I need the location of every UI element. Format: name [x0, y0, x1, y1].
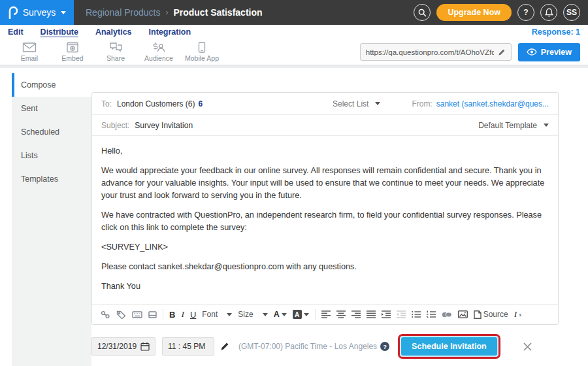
channel-share[interactable]: Share: [94, 42, 137, 62]
bulleted-list-button[interactable]: [412, 310, 421, 318]
merge-tag-button[interactable]: [116, 310, 126, 319]
survey-url-field[interactable]: https://qa.questionpro.com/t/AOhoVZfqml: [360, 43, 512, 61]
preview-label: Preview: [541, 48, 572, 57]
numbered-list-icon: [427, 310, 436, 318]
pencil-icon: [220, 342, 229, 351]
keyboard-icon: [132, 311, 142, 318]
channel-audience[interactable]: Audience: [137, 42, 180, 62]
audience-icon: [152, 42, 166, 53]
edit-time-button[interactable]: [220, 342, 229, 351]
sidebar-item-lists[interactable]: Lists: [12, 144, 91, 167]
image-icon: [458, 310, 468, 318]
font-dropdown[interactable]: Font: [202, 310, 232, 319]
share-icon: [109, 42, 123, 53]
template-label: Default Template: [478, 121, 537, 130]
select-list-label: Select List: [333, 99, 368, 108]
tab-edit[interactable]: Edit: [8, 27, 24, 37]
italic-button[interactable]: I: [181, 309, 184, 320]
sidebar-item-sent[interactable]: Sent: [12, 97, 91, 120]
header-actions: Upgrade Now ? SS: [414, 4, 580, 21]
search-button[interactable]: [414, 4, 431, 21]
template-dropdown[interactable]: Default Template: [478, 121, 549, 130]
source-label: Source: [483, 310, 508, 319]
top-header: Surveys Regional Products › Product Sati…: [0, 0, 588, 25]
insert-link-button[interactable]: [442, 312, 452, 318]
background-color-button[interactable]: A: [293, 310, 309, 319]
toolbar-divider: [163, 309, 163, 320]
breadcrumb-parent[interactable]: Regional Products: [86, 7, 160, 18]
increase-indent-icon: [382, 310, 391, 318]
tab-distribute[interactable]: Distribute: [41, 27, 78, 37]
decrease-indent-icon: [397, 310, 406, 318]
to-value[interactable]: London Customers (6): [117, 99, 195, 108]
highlight-ring: Schedule Invitation: [398, 334, 500, 359]
align-right-icon: [351, 310, 361, 318]
date-picker[interactable]: 12/31/2019: [91, 337, 155, 356]
upgrade-now-button[interactable]: Upgrade Now: [436, 4, 512, 21]
increase-indent-button[interactable]: [382, 310, 391, 318]
channel-email[interactable]: Email: [8, 42, 51, 62]
panel-button[interactable]: [148, 311, 157, 318]
response-count[interactable]: Response: 1: [532, 27, 580, 37]
time-value: 11 : 45 PM: [168, 342, 205, 351]
body-paragraph: We would appreciate your feedback in our…: [101, 165, 549, 202]
cancel-schedule-button[interactable]: [523, 342, 532, 352]
keyboard-button[interactable]: [132, 311, 142, 318]
surveys-menu-label: Surveys: [23, 7, 56, 18]
remove-format-button[interactable]: Ix: [514, 309, 522, 320]
timezone-help-icon[interactable]: ?: [380, 342, 389, 351]
bulleted-list-icon: [412, 310, 421, 318]
time-picker[interactable]: 11 : 45 PM: [162, 337, 214, 356]
questionpro-logo-icon: [8, 6, 18, 19]
bold-button[interactable]: B: [169, 310, 175, 320]
preview-button[interactable]: Preview: [518, 43, 580, 61]
caret-down-icon: [227, 313, 232, 316]
align-center-button[interactable]: [336, 310, 346, 318]
underline-button[interactable]: U: [190, 310, 196, 320]
align-right-button[interactable]: [351, 310, 361, 318]
email-body-editor[interactable]: Hello, We would appreciate your feedback…: [92, 136, 558, 304]
size-dropdown-label: Size: [238, 310, 253, 319]
align-left-button[interactable]: [321, 310, 331, 318]
tab-analytics[interactable]: Analytics: [95, 27, 132, 37]
insert-image-button[interactable]: [458, 310, 468, 318]
caret-down-icon: [282, 313, 287, 316]
edit-url-icon[interactable]: [498, 48, 506, 56]
channel-audience-label: Audience: [144, 54, 173, 62]
sidebar-item-templates[interactable]: Templates: [12, 167, 91, 191]
link-button[interactable]: [101, 310, 110, 319]
caret-down-icon: [544, 124, 549, 127]
to-recipient-count[interactable]: 6: [198, 99, 203, 108]
select-list-dropdown[interactable]: Select List: [333, 99, 380, 108]
sidebar-item-scheduled[interactable]: Scheduled: [12, 120, 91, 144]
tag-icon: [116, 310, 126, 319]
from-value[interactable]: sanket (sanket.shekdar@ques...: [436, 99, 549, 108]
help-button[interactable]: ?: [517, 4, 534, 21]
decrease-indent-button[interactable]: [397, 310, 406, 318]
distribute-channel-bar: Email Embed Share Audience Mobile App ht…: [0, 39, 588, 65]
surveys-menu[interactable]: Surveys: [0, 0, 74, 25]
subject-value[interactable]: Survey Invitation: [135, 121, 193, 130]
compose-main: To: London Customers (6) 6 Select List F…: [91, 68, 559, 366]
source-button[interactable]: Source: [474, 310, 508, 319]
text-color-button[interactable]: A: [274, 310, 287, 319]
justify-button[interactable]: [367, 310, 376, 318]
channel-share-label: Share: [106, 54, 125, 62]
schedule-invitation-button[interactable]: Schedule Invitation: [401, 337, 497, 356]
source-doc-icon: [474, 310, 482, 319]
numbered-list-button[interactable]: [427, 310, 436, 318]
font-dropdown-label: Font: [202, 310, 218, 319]
channel-mobile-app[interactable]: Mobile App: [180, 42, 223, 62]
avatar[interactable]: SS: [563, 4, 580, 21]
channel-embed[interactable]: Embed: [51, 42, 94, 62]
tab-integration[interactable]: Integration: [149, 27, 191, 37]
sidebar-item-compose[interactable]: Compose: [12, 73, 91, 97]
channel-mobile-label: Mobile App: [185, 54, 219, 62]
caret-down-icon: [263, 313, 268, 316]
notifications-button[interactable]: [540, 4, 557, 21]
remove-format-sub: x: [519, 312, 521, 318]
body-paragraph: We have contracted with QuestionPro, an …: [101, 209, 549, 234]
size-dropdown[interactable]: Size: [238, 310, 267, 319]
timezone-label: (GMT-07:00) Pacific Time - Los Angeles: [238, 342, 377, 351]
breadcrumb-current: Product Satisfaction: [173, 7, 262, 18]
